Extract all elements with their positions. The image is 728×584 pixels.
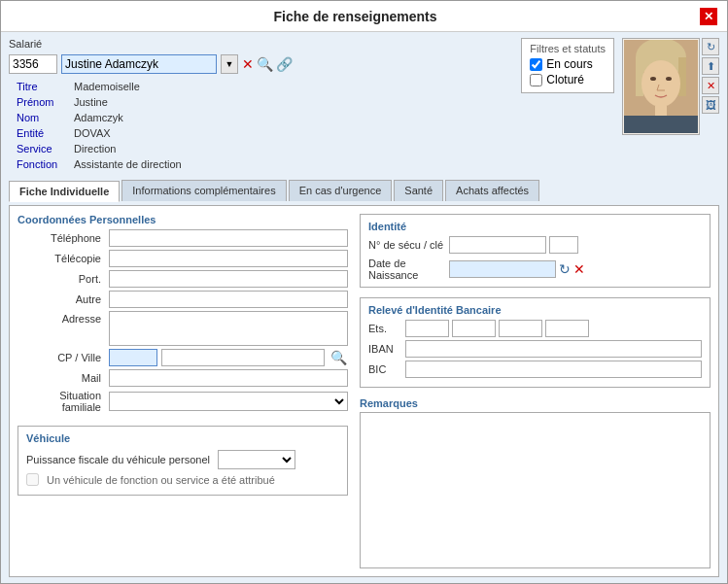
salarie-row: ▼ ✕ 🔍 🔗 bbox=[9, 54, 505, 74]
titre-value: Mademoiselle bbox=[74, 79, 140, 94]
remarques-title: Remarques bbox=[360, 397, 711, 409]
bic-label: BIC bbox=[368, 363, 402, 375]
salarie-dropdown-button[interactable]: ▼ bbox=[221, 54, 238, 74]
telephone-row: Téléphone bbox=[17, 229, 348, 247]
vehicule-title: Véhicule bbox=[26, 432, 339, 444]
attribution-row: Un véhicule de fonction ou service a été… bbox=[26, 473, 339, 486]
rib-section: Relevé d'Identité Bancaire Ets. IBAN BIC bbox=[360, 297, 711, 388]
entite-row: Entité DOVAX bbox=[17, 125, 505, 141]
svg-point-4 bbox=[641, 60, 680, 107]
coordonnees-section: Coordonnées Personnelles Téléphone Téléc… bbox=[17, 214, 348, 416]
ets-input4[interactable] bbox=[545, 320, 589, 337]
cp-ville-label: CP / Ville bbox=[17, 352, 105, 363]
puissance-row: Puissance fiscale du véhicule personel bbox=[26, 450, 339, 469]
salarie-id-input[interactable] bbox=[9, 54, 57, 74]
svg-rect-3 bbox=[678, 57, 686, 96]
svg-point-5 bbox=[650, 77, 656, 81]
identite-title: Identité bbox=[368, 221, 702, 232]
svg-rect-2 bbox=[636, 57, 643, 96]
cp-search-icon[interactable]: 🔍 bbox=[329, 349, 348, 366]
delete-icon[interactable]: ✕ bbox=[242, 56, 254, 72]
entite-value: DOVAX bbox=[74, 125, 111, 141]
telecopie-row: Télécopie bbox=[17, 250, 348, 267]
action-icons: ✕ 🔍 🔗 bbox=[242, 56, 293, 72]
nom-value: Adamczyk bbox=[74, 110, 123, 125]
salarie-label: Salarié bbox=[9, 38, 505, 50]
tab-fiche-individuelle[interactable]: Fiche Individuelle bbox=[9, 181, 120, 202]
service-label: Service bbox=[17, 141, 70, 156]
naissance-delete-icon[interactable]: ✕ bbox=[573, 261, 585, 277]
mail-input[interactable] bbox=[109, 369, 348, 387]
ets-input1[interactable] bbox=[405, 320, 449, 337]
bic-input[interactable] bbox=[405, 361, 702, 378]
cp-input[interactable] bbox=[109, 349, 157, 366]
autre-input[interactable] bbox=[109, 291, 348, 308]
info-block: Titre Mademoiselle Prénom Justine Nom Ad… bbox=[9, 77, 505, 172]
cloture-label: Cloturé bbox=[546, 73, 584, 86]
close-button[interactable]: ✕ bbox=[700, 8, 717, 25]
svg-rect-8 bbox=[624, 116, 698, 133]
puissance-select[interactable] bbox=[218, 450, 295, 469]
titre-label: Titre bbox=[17, 79, 70, 94]
prenom-value: Justine bbox=[74, 94, 108, 110]
link-icon[interactable]: 🔗 bbox=[276, 56, 293, 72]
port-label: Port. bbox=[17, 273, 105, 285]
ets-input2[interactable] bbox=[452, 320, 496, 337]
svg-point-6 bbox=[666, 77, 672, 81]
port-input[interactable] bbox=[109, 270, 348, 288]
cloture-checkbox[interactable] bbox=[530, 74, 542, 86]
adresse-textarea[interactable] bbox=[109, 311, 348, 346]
tab-sante[interactable]: Santé bbox=[394, 180, 443, 201]
top-section: Salarié ▼ ✕ 🔍 🔗 Titre Mademoiselle bbox=[9, 38, 719, 172]
right-panel: Identité N° de sécu / clé Date de Naissa… bbox=[360, 214, 711, 568]
refresh-icon[interactable]: ↻ bbox=[702, 38, 719, 55]
tab-achats-affectes[interactable]: Achats affectés bbox=[445, 180, 539, 201]
photo-area bbox=[622, 38, 700, 135]
upload-icon[interactable]: ⬆ bbox=[702, 57, 719, 75]
remarques-textarea[interactable] bbox=[360, 412, 711, 568]
photo-delete-icon[interactable]: ✕ bbox=[702, 77, 719, 94]
mail-row: Mail bbox=[17, 369, 348, 387]
secu-key-input[interactable] bbox=[549, 236, 578, 254]
filters-title: Filtres et statuts bbox=[530, 43, 606, 54]
photo-side-icons: ↻ ⬆ ✕ 🖼 bbox=[702, 38, 719, 114]
tab-en-cas-durgence[interactable]: En cas d'urgence bbox=[289, 180, 393, 201]
iban-input[interactable] bbox=[405, 340, 702, 358]
tab-informations-complementaires[interactable]: Informations complémentaires bbox=[121, 180, 286, 201]
coordonnees-title: Coordonnées Personnelles bbox=[17, 214, 348, 225]
situation-familiale-label: Situation familiale bbox=[17, 390, 105, 413]
situation-familiale-select[interactable] bbox=[109, 392, 348, 411]
telecopie-label: Télécopie bbox=[17, 253, 105, 264]
autre-label: Autre bbox=[17, 293, 105, 305]
rib-title: Relevé d'Identité Bancaire bbox=[368, 304, 702, 316]
remarques-section: Remarques bbox=[360, 397, 711, 568]
person-photo bbox=[624, 40, 698, 133]
ets-row: Ets. bbox=[368, 320, 702, 337]
adresse-label: Adresse bbox=[17, 311, 105, 325]
port-row: Port. bbox=[17, 270, 348, 288]
en-cours-row: En cours bbox=[530, 57, 606, 71]
ets-label: Ets. bbox=[368, 323, 402, 334]
telecopie-input[interactable] bbox=[109, 250, 348, 267]
search-icon[interactable]: 🔍 bbox=[257, 56, 273, 72]
secu-row: N° de sécu / clé bbox=[368, 236, 702, 254]
nom-label: Nom bbox=[17, 110, 70, 125]
puissance-label: Puissance fiscale du véhicule personel bbox=[26, 454, 210, 465]
salarie-name-input[interactable] bbox=[61, 54, 217, 74]
window-title: Fiche de renseignements bbox=[11, 9, 700, 24]
photo-view-icon[interactable]: 🖼 bbox=[702, 96, 719, 114]
ets-input3[interactable] bbox=[499, 320, 542, 337]
secu-input[interactable] bbox=[449, 236, 546, 254]
prenom-label: Prénom bbox=[17, 94, 70, 110]
title-bar: Fiche de renseignements ✕ bbox=[1, 1, 727, 32]
ville-input[interactable] bbox=[161, 349, 325, 366]
naissance-refresh-icon[interactable]: ↻ bbox=[559, 261, 571, 277]
en-cours-checkbox[interactable] bbox=[530, 58, 542, 71]
mail-label: Mail bbox=[17, 372, 105, 384]
telephone-input[interactable] bbox=[109, 229, 348, 247]
en-cours-label: En cours bbox=[546, 57, 592, 71]
fonction-label: Fonction bbox=[17, 156, 70, 172]
entite-label: Entité bbox=[17, 125, 70, 141]
naissance-input[interactable] bbox=[449, 260, 556, 278]
telephone-label: Téléphone bbox=[17, 232, 105, 244]
